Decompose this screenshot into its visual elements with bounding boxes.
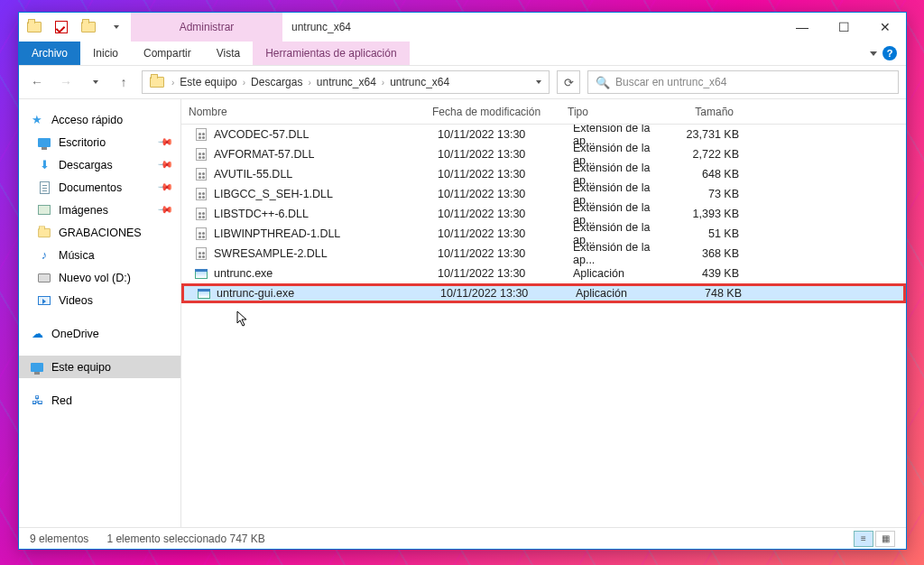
sidebar-item-escritorio[interactable]: Escritorio📌: [19, 131, 180, 153]
tab-home[interactable]: Inicio: [80, 42, 131, 65]
dll-file-icon: [194, 167, 208, 181]
minimize-button[interactable]: —: [781, 13, 823, 42]
address-bar[interactable]: › Este equipo › Descargas › untrunc_x64 …: [142, 70, 550, 94]
qat-newfolder-icon[interactable]: [80, 19, 97, 35]
file-type: Extensión de la ap...: [566, 241, 674, 266]
file-date: 10/11/2022 13:30: [430, 148, 566, 161]
file-size: 748 KB: [677, 287, 749, 300]
sidebar-this-pc[interactable]: Este equipo: [19, 356, 180, 378]
qat-customize-icon[interactable]: [107, 19, 124, 35]
status-item-count: 9 elementos: [30, 533, 88, 545]
recent-locations-icon[interactable]: [84, 71, 106, 93]
column-header-name[interactable]: Nombre: [181, 106, 425, 118]
file-row[interactable]: untrunc.exe10/11/2022 13:30Aplicación439…: [181, 264, 906, 283]
monitor-icon: [37, 135, 51, 150]
file-row[interactable]: untrunc-gui.exe10/11/2022 13:30Aplicació…: [181, 283, 906, 303]
sidebar-item-label: Videos: [59, 294, 93, 307]
file-size: 51 KB: [674, 227, 746, 240]
sidebar-quick-access[interactable]: ★ Acceso rápido: [19, 108, 180, 131]
tab-app-tools[interactable]: Herramientas de aplicación: [253, 42, 409, 65]
file-list[interactable]: AVCODEC-57.DLL10/11/2022 13:30Extensión …: [181, 125, 906, 303]
window-title: untrunc_x64: [282, 13, 781, 42]
close-button[interactable]: ✕: [864, 13, 906, 42]
file-row[interactable]: AVUTIL-55.DLL10/11/2022 13:30Extensión d…: [181, 164, 906, 184]
file-row[interactable]: AVFORMAT-57.DLL10/11/2022 13:30Extensión…: [181, 144, 906, 164]
sidebar-network[interactable]: 🖧 Red: [19, 389, 180, 412]
navigation-pane: ★ Acceso rápido Escritorio📌⬇Descargas📌Do…: [19, 99, 181, 527]
view-large-icons-button[interactable]: ▦: [875, 531, 895, 547]
file-date: 10/11/2022 13:30: [433, 287, 568, 300]
status-selection: 1 elemento seleccionado 747 KB: [106, 533, 264, 545]
qat-properties-icon[interactable]: [53, 19, 69, 35]
breadcrumb-item[interactable]: Descargas: [249, 76, 304, 88]
sidebar-item-nuevo-vol-d-[interactable]: Nuevo vol (D:): [19, 266, 180, 289]
file-name: LIBGCC_S_SEH-1.DLL: [214, 188, 333, 200]
file-size: 1,393 KB: [674, 208, 746, 220]
chevron-right-icon[interactable]: ›: [168, 78, 178, 88]
forward-button[interactable]: →: [55, 71, 77, 93]
file-date: 10/11/2022 13:30: [430, 188, 566, 200]
tab-share[interactable]: Compartir: [131, 42, 204, 65]
search-icon: 🔍: [596, 76, 610, 89]
file-name: LIBSTDC++-6.DLL: [214, 208, 309, 220]
back-button[interactable]: ←: [26, 71, 48, 93]
file-date: 10/11/2022 13:30: [430, 208, 566, 220]
maximize-button[interactable]: ☐: [823, 13, 864, 42]
help-icon[interactable]: ?: [882, 46, 897, 60]
file-type: Aplicación: [566, 267, 674, 280]
refresh-button[interactable]: ⟳: [557, 70, 580, 94]
file-date: 10/11/2022 13:30: [430, 227, 566, 240]
chevron-right-icon[interactable]: ›: [378, 78, 388, 88]
sidebar-item-im-genes[interactable]: Imágenes📌: [19, 199, 180, 221]
file-name: LIBWINPTHREAD-1.DLL: [214, 227, 340, 240]
exe-file-icon: [197, 286, 211, 301]
column-header-type[interactable]: Tipo: [560, 106, 669, 118]
sidebar-onedrive[interactable]: ☁ OneDrive: [19, 322, 180, 345]
file-row[interactable]: SWRESAMPLE-2.DLL10/11/2022 13:30Extensió…: [181, 244, 906, 264]
ribbon-collapse-icon[interactable]: [870, 51, 877, 56]
file-size: 368 KB: [674, 247, 746, 260]
chevron-right-icon[interactable]: ›: [239, 78, 249, 88]
file-name: AVCODEC-57.DLL: [214, 128, 309, 141]
star-icon: ★: [30, 113, 44, 127]
file-date: 10/11/2022 13:30: [430, 168, 566, 181]
titlebar: Administrar untrunc_x64 — ☐ ✕: [19, 13, 906, 42]
sidebar-label: Este equipo: [51, 361, 111, 374]
sidebar-item-label: Escritorio: [59, 136, 106, 149]
tab-file[interactable]: Archivo: [19, 42, 80, 65]
sidebar-item-documentos[interactable]: Documentos📌: [19, 176, 180, 199]
file-size: 648 KB: [674, 168, 746, 181]
sort-indicator-icon: [181, 99, 190, 104]
sidebar-item-videos[interactable]: Videos: [19, 289, 180, 311]
search-input[interactable]: 🔍 Buscar en untrunc_x64: [587, 70, 899, 94]
sidebar-item-m-sica[interactable]: ♪Música: [19, 244, 180, 266]
sidebar-item-label: Imágenes: [59, 204, 108, 217]
dll-file-icon: [194, 187, 208, 201]
column-header-size[interactable]: Tamaño: [669, 106, 741, 118]
address-history-icon[interactable]: [536, 80, 541, 84]
folder-icon: [37, 226, 51, 240]
breadcrumb-item[interactable]: Este equipo: [178, 76, 238, 88]
file-name: SWRESAMPLE-2.DLL: [214, 247, 328, 260]
sidebar-item-descargas[interactable]: ⬇Descargas📌: [19, 153, 180, 176]
file-row[interactable]: LIBSTDC++-6.DLL10/11/2022 13:30Extensión…: [181, 204, 906, 224]
document-icon: [37, 181, 51, 195]
sidebar-item-grabaciones[interactable]: GRABACIONES: [19, 221, 180, 244]
file-row[interactable]: AVCODEC-57.DLL10/11/2022 13:30Extensión …: [181, 125, 906, 144]
view-details-button[interactable]: ≡: [854, 531, 873, 547]
file-row[interactable]: LIBGCC_S_SEH-1.DLL10/11/2022 13:30Extens…: [181, 184, 906, 204]
chevron-right-icon[interactable]: ›: [304, 78, 314, 88]
download-icon: ⬇: [37, 158, 51, 172]
file-date: 10/11/2022 13:30: [430, 267, 566, 280]
breadcrumb-item[interactable]: untrunc_x64: [315, 76, 378, 88]
file-row[interactable]: LIBWINPTHREAD-1.DLL10/11/2022 13:30Exten…: [181, 224, 906, 244]
file-name: untrunc-gui.exe: [217, 287, 294, 300]
tab-view[interactable]: Vista: [204, 42, 253, 65]
picture-icon: [37, 203, 51, 218]
address-folder-icon: [150, 77, 164, 88]
dll-file-icon: [194, 246, 208, 261]
file-date: 10/11/2022 13:30: [430, 247, 566, 260]
up-button[interactable]: ↑: [113, 71, 134, 93]
breadcrumb-item[interactable]: untrunc_x64: [388, 76, 451, 88]
column-header-date[interactable]: Fecha de modificación: [425, 106, 560, 118]
